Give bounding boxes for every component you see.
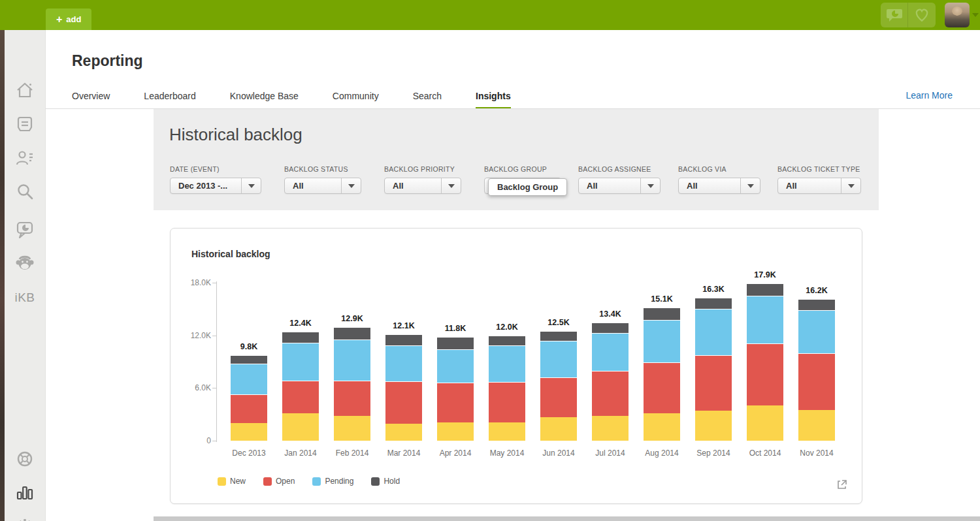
bar-segment-new[interactable]: [540, 417, 577, 441]
filter-label: BACKLOG GROUP: [484, 165, 561, 173]
sidebar-item-support-buoy[interactable]: [5, 447, 45, 471]
dropdown-arrow-icon[interactable]: [241, 178, 261, 193]
bar-segment-pending[interactable]: [385, 345, 422, 381]
add-button[interactable]: + add: [46, 8, 91, 30]
bar-segment-hold[interactable]: [282, 332, 319, 343]
bar-segment-pending[interactable]: [489, 345, 525, 382]
bar-segment-hold[interactable]: [695, 298, 732, 309]
x-axis-category-label: Apr 2014: [430, 449, 482, 458]
bar-segment-open[interactable]: [644, 362, 680, 413]
bar-segment-pending[interactable]: [592, 333, 629, 371]
filter-dropdown[interactable]: Dec 2013 -...: [170, 178, 261, 194]
bar-segment-hold[interactable]: [644, 308, 680, 320]
bar-segment-open[interactable]: [231, 394, 267, 423]
bar-segment-new[interactable]: [282, 413, 319, 441]
bar-segment-hold[interactable]: [747, 283, 783, 296]
bar-segment-pending[interactable]: [747, 296, 783, 343]
bar-segment-new[interactable]: [437, 422, 474, 441]
legend-item-new[interactable]: New: [218, 477, 246, 486]
legend-item-pending[interactable]: Pending: [312, 477, 353, 486]
bar-segment-new[interactable]: [489, 422, 525, 441]
sidebar-item-customers[interactable]: [5, 146, 45, 170]
sidebar-item-chat[interactable]: [5, 218, 45, 242]
bar-segment-open[interactable]: [540, 377, 577, 417]
dropdown-arrow-icon[interactable]: [341, 178, 361, 193]
legend-item-hold[interactable]: Hold: [371, 477, 400, 486]
bar-segment-open[interactable]: [695, 355, 732, 411]
bar-segment-new[interactable]: [385, 424, 422, 441]
bar-segment-hold[interactable]: [489, 336, 525, 345]
filter-dropdown[interactable]: All: [384, 178, 461, 194]
y-axis-tick: [212, 283, 216, 283]
user-avatar[interactable]: [945, 3, 970, 27]
y-axis-tick-label: 18.0K: [178, 278, 211, 287]
bar-segment-hold[interactable]: [540, 331, 577, 341]
bar-segment-new[interactable]: [231, 423, 267, 441]
bar-segment-new[interactable]: [695, 411, 732, 441]
sidebar-item-ikb[interactable]: iKB: [5, 286, 45, 309]
bar-segment-hold[interactable]: [334, 327, 370, 339]
sidebar-item-inbox[interactable]: [5, 112, 45, 136]
tab-community[interactable]: Community: [333, 91, 379, 109]
bar-total-label: 16.2K: [791, 286, 843, 295]
dropdown-arrow-icon[interactable]: [740, 178, 760, 193]
tab-knowledge-base[interactable]: Knowledge Base: [230, 91, 299, 109]
sidebar-item-reporting-chart[interactable]: [5, 481, 45, 505]
bar-segment-open[interactable]: [282, 381, 319, 413]
bar-segment-new[interactable]: [798, 410, 835, 441]
bottom-scroll-strip[interactable]: [154, 516, 980, 521]
bar-segment-hold[interactable]: [592, 323, 629, 333]
bar-segment-hold[interactable]: [231, 355, 267, 364]
bar-segment-pending[interactable]: [334, 339, 370, 381]
filter-dropdown[interactable]: All: [578, 178, 661, 194]
tab-leaderboard[interactable]: Leaderboard: [144, 91, 195, 109]
dropdown-arrow-icon[interactable]: [841, 178, 860, 193]
bar-segment-hold[interactable]: [437, 337, 474, 349]
tab-bar: OverviewLeaderboardKnowledge BaseCommuni…: [72, 91, 511, 109]
loop-heart-icon[interactable]: [908, 3, 936, 27]
sidebar-item-home[interactable]: [5, 78, 45, 102]
filter-label: BACKLOG ASSIGNEE: [578, 165, 661, 173]
sidebar-item-mailchimp[interactable]: [5, 252, 45, 276]
y-axis-tick: [212, 441, 216, 441]
bar-segment-hold[interactable]: [385, 334, 422, 345]
bar-segment-hold[interactable]: [798, 299, 835, 310]
filter-dropdown[interactable]: All: [678, 178, 760, 194]
dropdown-arrow-icon[interactable]: [640, 178, 660, 193]
tab-overview[interactable]: Overview: [72, 91, 110, 109]
bar-segment-open[interactable]: [489, 382, 525, 422]
chevron-down-icon[interactable]: [972, 13, 979, 17]
filter-label: BACKLOG PRIORITY: [384, 165, 461, 173]
x-axis-category-label: Jun 2014: [533, 449, 585, 458]
plus-icon: +: [56, 14, 62, 25]
bar-segment-new[interactable]: [747, 405, 783, 441]
bar-segment-pending[interactable]: [798, 310, 835, 353]
dropdown-arrow-icon[interactable]: [441, 178, 461, 193]
expand-chart-icon[interactable]: [836, 479, 847, 493]
filter-dropdown[interactable]: All: [284, 178, 361, 194]
bar-segment-pending[interactable]: [231, 364, 267, 394]
bar-segment-open[interactable]: [334, 381, 370, 416]
filter-dropdown[interactable]: All: [777, 178, 861, 194]
bar-segment-pending[interactable]: [644, 320, 680, 362]
bar-segment-open[interactable]: [437, 383, 474, 422]
bar-segment-pending[interactable]: [540, 341, 577, 377]
learn-more-link[interactable]: Learn More: [906, 90, 953, 101]
bar-segment-open[interactable]: [747, 343, 783, 405]
sidebar-item-search[interactable]: [5, 180, 45, 203]
bar-segment-open[interactable]: [798, 353, 835, 410]
bar-segment-pending[interactable]: [695, 309, 732, 355]
bar-segment-open[interactable]: [385, 381, 422, 424]
tab-insights[interactable]: Insights: [476, 91, 511, 109]
x-axis-category-label: Feb 2014: [327, 449, 378, 458]
bar-segment-new[interactable]: [644, 413, 680, 441]
bar-segment-pending[interactable]: [282, 343, 319, 381]
legend-item-open[interactable]: Open: [263, 477, 295, 486]
bar-segment-new[interactable]: [592, 416, 629, 441]
bar-segment-pending[interactable]: [437, 349, 474, 383]
bar-segment-new[interactable]: [334, 416, 370, 441]
tab-search[interactable]: Search: [413, 91, 442, 109]
chat-bubble-icon[interactable]: [881, 3, 908, 27]
bar-segment-open[interactable]: [592, 371, 629, 416]
sidebar-item-settings-gear[interactable]: [5, 514, 45, 521]
